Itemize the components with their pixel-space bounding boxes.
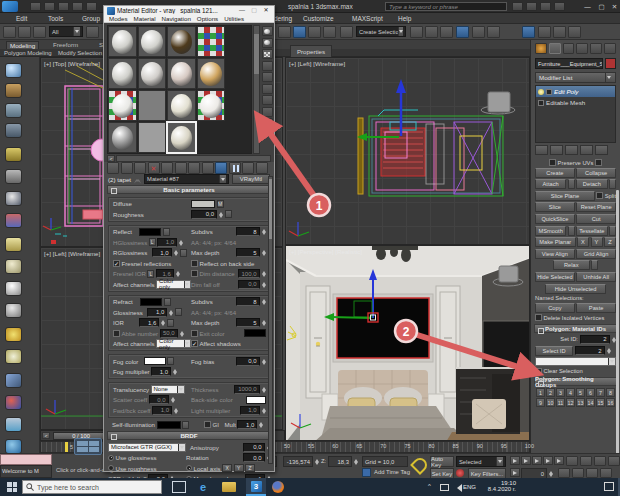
smoothing-group-button[interactable]: 16 (606, 398, 615, 407)
material-slot[interactable] (197, 90, 226, 121)
toggle-key-mode-icon[interactable] (410, 455, 430, 475)
material-editor-scrollbar[interactable] (268, 176, 273, 464)
material-ids-header[interactable]: Polygon: Material IDs (534, 324, 617, 333)
undo-icon[interactable] (72, 2, 83, 11)
brdf-rollout[interactable]: BRDF (107, 431, 271, 440)
material-editor-close-button[interactable]: ✕ (261, 6, 271, 15)
axis-z-button[interactable]: Z (245, 464, 255, 472)
reset-plane-button[interactable]: Reset Plane (576, 202, 616, 212)
exit-color-checkbox[interactable] (191, 330, 198, 337)
snaps-toggle-icon[interactable] (278, 26, 291, 38)
menu-group[interactable]: Group (82, 15, 100, 22)
backside-color-swatch[interactable] (246, 396, 266, 404)
clear-selection-checkbox[interactable] (535, 368, 542, 375)
viewport-perspective-label[interactable]: [+] [Perspective] [Realistic] (289, 248, 362, 255)
table-tool-icon[interactable] (5, 123, 22, 138)
make-planar-button[interactable]: Make Planar (535, 237, 576, 247)
abbe-number-spinner[interactable] (179, 329, 184, 338)
background-icon[interactable] (262, 49, 273, 59)
material-editor-menu-item[interactable]: Modes (109, 15, 128, 22)
hglossiness-lock-button[interactable]: L (149, 238, 156, 246)
abbe-number-checkbox[interactable] (113, 330, 120, 337)
diffuse-color-swatch[interactable] (191, 200, 215, 208)
slice-plane-button[interactable]: Slice Plane (535, 191, 595, 201)
key-mode-toggle-icon[interactable] (510, 468, 520, 477)
planar-y-button[interactable]: Y (591, 237, 603, 247)
language-indicator[interactable]: ENG (463, 484, 476, 490)
relax-options-button[interactable] (591, 260, 598, 270)
roughness-map-button[interactable] (225, 210, 232, 218)
visibility-bulb-icon[interactable] (538, 89, 544, 95)
previous-frame-button[interactable]: < (42, 432, 50, 439)
ior-map-button[interactable] (167, 319, 174, 327)
sphere-primitive-icon[interactable] (5, 281, 22, 296)
coordinate-y-field[interactable]: -136,574 (283, 456, 313, 467)
mirror-icon[interactable] (410, 26, 423, 38)
properties-tab[interactable]: Properties (290, 45, 332, 57)
refract-glossiness-spinner[interactable] (169, 308, 174, 317)
maxscript-listener-field[interactable]: Welcome to M (0, 465, 52, 478)
material-slot[interactable] (138, 58, 167, 89)
hglossiness-spinner[interactable] (179, 238, 184, 247)
action-center-icon[interactable] (604, 482, 614, 491)
angle-snap-icon[interactable] (293, 26, 306, 38)
smoothing-groups-header[interactable]: Polygon: Smoothing Groups (534, 377, 617, 386)
reflect-max-depth-field[interactable]: 5 (236, 248, 260, 257)
workspace-icon[interactable] (526, 2, 537, 11)
fog-multiplier-spinner[interactable] (173, 367, 178, 376)
abbe-number-field[interactable]: 50,0 (160, 329, 178, 338)
speaker-icon[interactable] (453, 484, 462, 492)
ribbon-tab-freeform[interactable]: Freeform (50, 41, 81, 48)
material-slot[interactable] (108, 58, 137, 89)
light-multiplier-field[interactable]: 1,0 (240, 406, 260, 415)
bind-to-space-warp-icon[interactable] (33, 26, 46, 38)
smoothing-group-button[interactable]: 9 (536, 398, 545, 407)
msmooth-options-button[interactable] (568, 226, 575, 236)
hierarchy-tab-icon[interactable] (563, 43, 575, 54)
bones-tool-icon[interactable] (5, 213, 22, 228)
scatter-coeff-field[interactable]: 0,0 (149, 395, 169, 404)
go-to-parent-icon[interactable] (242, 162, 254, 174)
open-file-icon[interactable] (44, 2, 55, 11)
viewport-left-big[interactable]: [+] [Left] [Wireframe] (285, 57, 530, 245)
hglossiness-field[interactable]: 1,0 (157, 238, 177, 247)
macro-recorder-field[interactable] (0, 454, 52, 465)
paint-deform-icon[interactable] (5, 83, 22, 98)
edge-browser-icon[interactable]: e (196, 481, 210, 493)
axis-x-button[interactable]: X (222, 464, 232, 472)
3dsmax-taskbar-icon[interactable]: 3 (246, 478, 266, 496)
align-icon[interactable] (425, 26, 438, 38)
axis-y-button[interactable]: Y (234, 464, 244, 472)
show-background-icon[interactable] (202, 162, 214, 174)
attach-button[interactable]: Attach (535, 179, 566, 189)
grid-tool-icon[interactable] (5, 103, 22, 118)
smoothing-group-button[interactable]: 11 (556, 398, 565, 407)
material-editor-menu-item[interactable]: Utilities (224, 15, 244, 22)
percent-snap-icon[interactable] (308, 26, 321, 38)
rain-effect-icon[interactable] (5, 373, 22, 388)
render-production-icon[interactable] (553, 26, 566, 38)
next-key-icon[interactable] (543, 456, 553, 465)
gi-checkbox[interactable] (204, 421, 211, 428)
sun-light-icon[interactable] (5, 327, 22, 342)
material-slot[interactable] (108, 90, 137, 121)
coordinate-z-spinner[interactable] (353, 457, 358, 466)
hide-unselected-button[interactable]: Hide Unselected (545, 284, 606, 294)
show-end-result-icon[interactable] (229, 162, 241, 174)
network-icon[interactable] (440, 484, 449, 491)
assign-material-to-selection-icon[interactable] (134, 162, 146, 174)
smoothing-group-button[interactable]: 3 (556, 388, 565, 397)
viewport-left-big-label[interactable]: [+] [Left] [Wireframe] (289, 60, 345, 67)
slots-horizontal-scrollbar[interactable]: < (104, 155, 274, 162)
attach-options-button[interactable] (568, 179, 575, 189)
show-end-result-icon[interactable] (550, 145, 563, 155)
smoothing-group-button[interactable]: 5 (576, 388, 585, 397)
collapse-button[interactable]: Collapse (576, 168, 616, 178)
thickness-field[interactable]: 1000,0 (234, 385, 260, 394)
fog-bias-field[interactable]: 0,0 (236, 357, 260, 366)
pick-material-from-object-icon[interactable] (134, 175, 141, 184)
go-to-end-icon[interactable] (554, 456, 564, 465)
time-tag-icon[interactable] (362, 468, 371, 477)
smooth-tool-icon[interactable] (5, 63, 22, 78)
local-axis-radio[interactable] (186, 465, 192, 471)
